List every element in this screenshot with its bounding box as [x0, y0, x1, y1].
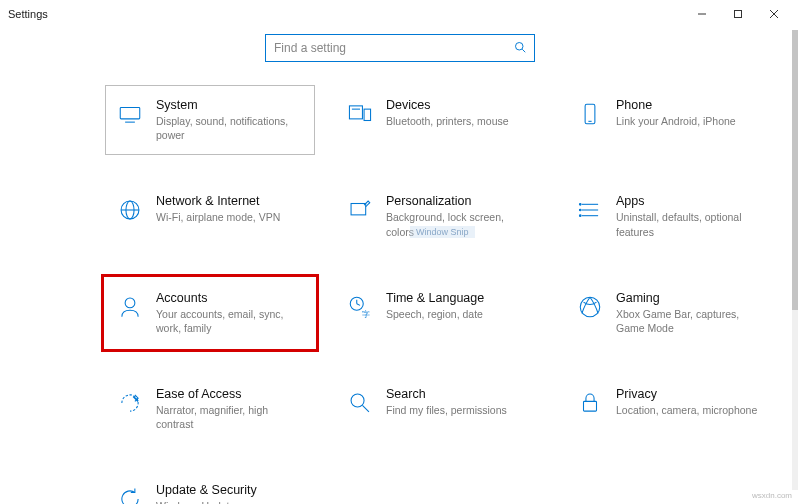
maximize-icon	[733, 9, 743, 19]
apps-icon	[576, 196, 604, 224]
tile-desc: Your accounts, email, sync, work, family	[156, 307, 304, 335]
tile-desc: Wi-Fi, airplane mode, VPN	[156, 210, 280, 224]
settings-grid-row4: Update & Security Windows Update, recove…	[0, 439, 800, 504]
phone-icon	[576, 100, 604, 128]
tile-title: Devices	[386, 98, 509, 112]
tile-title: Accounts	[156, 291, 304, 305]
scrollbar[interactable]	[792, 30, 798, 490]
search-box[interactable]	[265, 34, 535, 62]
svg-line-26	[357, 303, 360, 305]
search-tile-icon	[346, 389, 374, 417]
maximize-button[interactable]	[720, 0, 756, 28]
devices-icon	[346, 100, 374, 128]
svg-point-21	[579, 210, 581, 212]
tile-desc: Bluetooth, printers, mouse	[386, 114, 509, 128]
svg-rect-9	[364, 109, 371, 120]
svg-point-28	[580, 297, 600, 317]
tile-title: Privacy	[616, 387, 757, 401]
search-container	[0, 34, 800, 62]
tile-desc: Narrator, magnifier, high contrast	[156, 403, 304, 431]
svg-rect-31	[584, 401, 597, 411]
tile-update-security[interactable]: Update & Security Windows Update, recove…	[110, 475, 310, 504]
tile-title: Time & Language	[386, 291, 484, 305]
close-icon	[769, 9, 779, 19]
tile-system[interactable]: System Display, sound, notifications, po…	[110, 90, 310, 150]
tile-desc: Xbox Game Bar, captures, Game Mode	[616, 307, 764, 335]
tile-desc: Link your Android, iPhone	[616, 114, 736, 128]
tile-title: Phone	[616, 98, 736, 112]
tile-time-language[interactable]: 字 Time & Language Speech, region, date	[340, 283, 540, 343]
time-lang-icon: 字	[346, 293, 374, 321]
tile-desc: Location, camera, microphone	[616, 403, 757, 417]
tile-title: Network & Internet	[156, 194, 280, 208]
tile-title: Search	[386, 387, 507, 401]
tile-title: Gaming	[616, 291, 764, 305]
tile-apps[interactable]: Apps Uninstall, defaults, optional featu…	[570, 186, 770, 246]
tile-title: System	[156, 98, 304, 112]
tile-accounts[interactable]: Accounts Your accounts, email, sync, wor…	[110, 283, 310, 343]
tile-desc: Uninstall, defaults, optional features	[616, 210, 764, 238]
window-controls	[684, 0, 792, 28]
globe-icon	[116, 196, 144, 224]
system-icon	[116, 100, 144, 128]
tile-title: Apps	[616, 194, 764, 208]
ease-icon	[116, 389, 144, 417]
lock-icon	[576, 389, 604, 417]
gaming-icon	[576, 293, 604, 321]
close-button[interactable]	[756, 0, 792, 28]
svg-point-20	[579, 204, 581, 206]
settings-grid: System Display, sound, notifications, po…	[0, 90, 800, 439]
window-title: Settings	[8, 8, 684, 20]
paint-icon	[346, 196, 374, 224]
watermark: wsxdn.com	[752, 491, 792, 500]
tile-desc: Speech, region, date	[386, 307, 484, 321]
minimize-icon	[697, 9, 707, 19]
svg-point-29	[351, 394, 364, 407]
update-icon	[116, 485, 144, 504]
tile-title: Ease of Access	[156, 387, 304, 401]
tile-ease-of-access[interactable]: Ease of Access Narrator, magnifier, high…	[110, 379, 310, 439]
tile-desc: Display, sound, notifications, power	[156, 114, 304, 142]
svg-point-22	[579, 215, 581, 217]
svg-line-5	[522, 49, 525, 52]
tile-title: Personalization	[386, 194, 534, 208]
minimize-button[interactable]	[684, 0, 720, 28]
svg-rect-8	[349, 106, 362, 119]
tile-search[interactable]: Search Find my files, permissions	[340, 379, 540, 439]
svg-rect-16	[351, 204, 366, 215]
search-icon	[514, 39, 526, 57]
svg-rect-1	[735, 11, 742, 18]
svg-point-4	[516, 43, 524, 51]
tile-gaming[interactable]: Gaming Xbox Game Bar, captures, Game Mod…	[570, 283, 770, 343]
svg-rect-6	[120, 108, 140, 119]
tile-network[interactable]: Network & Internet Wi-Fi, airplane mode,…	[110, 186, 310, 246]
tile-privacy[interactable]: Privacy Location, camera, microphone	[570, 379, 770, 439]
svg-text:字: 字	[362, 309, 370, 318]
tile-title: Update & Security	[156, 483, 304, 497]
tile-phone[interactable]: Phone Link your Android, iPhone	[570, 90, 770, 150]
tile-desc: Windows Update, recovery, backup	[156, 499, 304, 504]
tile-desc: Find my files, permissions	[386, 403, 507, 417]
svg-point-23	[125, 298, 135, 308]
titlebar: Settings	[0, 0, 800, 28]
person-icon	[116, 293, 144, 321]
snip-overlay: Window Snip	[410, 226, 475, 238]
svg-line-30	[362, 405, 369, 412]
scrollbar-thumb[interactable]	[792, 30, 798, 310]
tile-devices[interactable]: Devices Bluetooth, printers, mouse	[340, 90, 540, 150]
search-input[interactable]	[274, 41, 514, 55]
